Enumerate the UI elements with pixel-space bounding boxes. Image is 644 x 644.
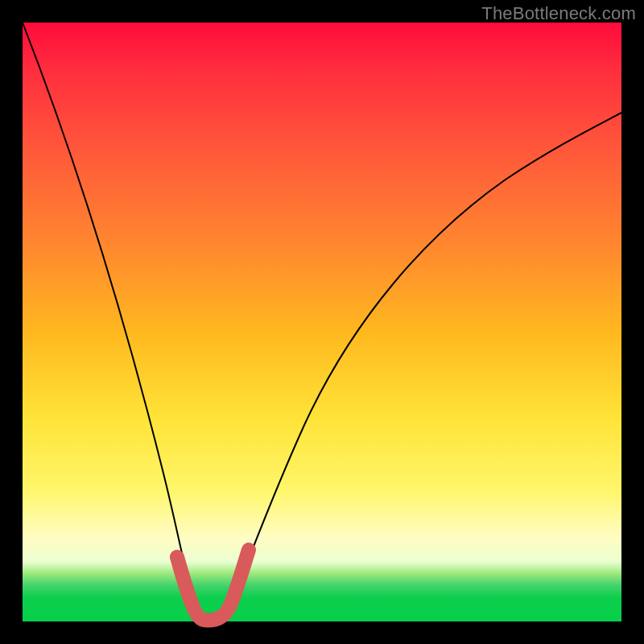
plot-area [23, 23, 621, 621]
bottleneck-curve-line [23, 23, 621, 620]
chart-svg [23, 23, 621, 621]
chart-frame: TheBottleneck.com [0, 0, 644, 644]
watermark-text: TheBottleneck.com [481, 3, 636, 24]
valley-marker [177, 550, 249, 620]
